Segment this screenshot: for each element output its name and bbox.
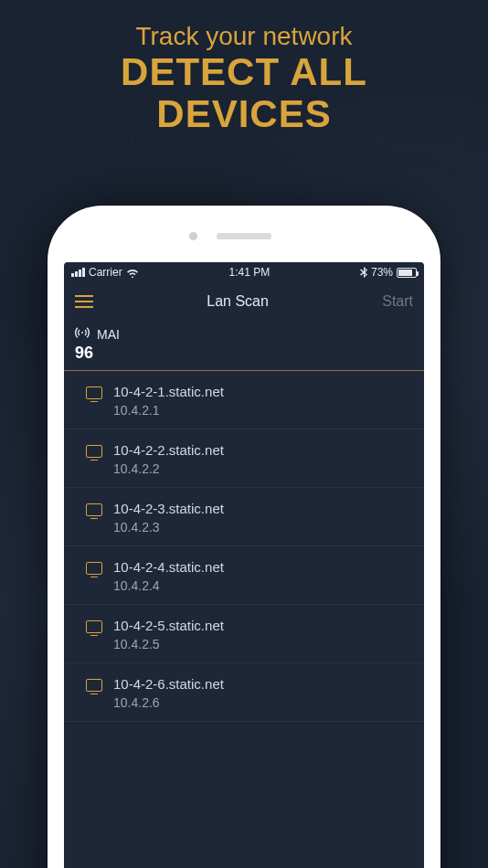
device-hostname: 10-4-2-4.static.net — [113, 559, 224, 575]
device-hostname: 10-4-2-2.static.net — [113, 442, 224, 458]
monitor-icon — [86, 679, 102, 692]
device-item[interactable]: 10-4-2-4.static.net 10.4.2.4 — [64, 546, 424, 605]
device-item[interactable]: 10-4-2-5.static.net 10.4.2.5 — [64, 605, 424, 663]
promo-title-line1: DETECT ALL — [0, 51, 488, 93]
start-button[interactable]: Start — [382, 293, 413, 310]
device-ip: 10.4.2.1 — [113, 403, 224, 418]
device-ip: 10.4.2.2 — [113, 461, 224, 476]
network-header: MAI 96 — [64, 321, 424, 371]
page-title: Lan Scan — [207, 293, 269, 310]
promo-subtitle: Track your network — [0, 22, 488, 51]
promo-title-line2: DEVICES — [0, 93, 488, 135]
battery-percent-label: 73% — [371, 266, 393, 279]
carrier-label: Carrier — [89, 266, 122, 279]
broadcast-icon — [75, 326, 90, 342]
monitor-icon — [86, 562, 102, 575]
clock-label: 1:41 PM — [228, 266, 270, 279]
monitor-icon — [86, 503, 102, 516]
signal-icon — [71, 268, 85, 277]
phone-mockup: Carrier 1:41 PM 73% Lan Scan Start — [48, 206, 440, 868]
device-item[interactable]: 10-4-2-2.static.net 10.4.2.2 — [64, 429, 424, 488]
wifi-icon — [126, 268, 139, 278]
nav-bar: Lan Scan Start — [64, 282, 424, 321]
monitor-icon — [86, 445, 102, 458]
device-item[interactable]: 10-4-2-6.static.net 10.4.2.6 — [64, 663, 424, 722]
device-ip: 10.4.2.6 — [113, 695, 224, 710]
bluetooth-icon — [360, 267, 367, 278]
menu-button[interactable] — [75, 295, 93, 308]
device-ip: 10.4.2.3 — [113, 520, 224, 535]
device-item[interactable]: 10-4-2-3.static.net 10.4.2.3 — [64, 488, 424, 546]
phone-screen: Carrier 1:41 PM 73% Lan Scan Start — [64, 262, 424, 868]
device-hostname: 10-4-2-6.static.net — [113, 676, 224, 692]
device-hostname: 10-4-2-3.static.net — [113, 501, 224, 516]
device-list[interactable]: 10-4-2-1.static.net 10.4.2.1 10-4-2-2.st… — [64, 371, 424, 868]
device-ip: 10.4.2.4 — [113, 578, 224, 593]
promo-header: Track your network DETECT ALL DEVICES — [0, 0, 488, 135]
device-count: 96 — [75, 344, 413, 363]
battery-icon — [397, 268, 417, 278]
monitor-icon — [86, 620, 102, 633]
monitor-icon — [86, 386, 102, 399]
status-bar: Carrier 1:41 PM 73% — [64, 262, 424, 282]
device-item[interactable]: 10-4-2-1.static.net 10.4.2.1 — [64, 371, 424, 429]
device-hostname: 10-4-2-5.static.net — [113, 618, 224, 633]
device-ip: 10.4.2.5 — [113, 637, 224, 651]
device-hostname: 10-4-2-1.static.net — [113, 384, 224, 399]
network-name: MAI — [97, 327, 120, 342]
